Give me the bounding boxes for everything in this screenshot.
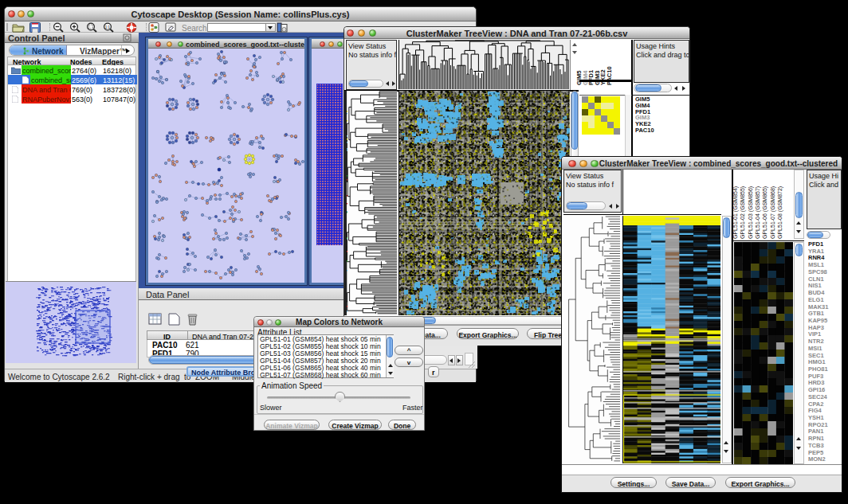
svg-text:1:1: 1:1: [105, 25, 111, 29]
